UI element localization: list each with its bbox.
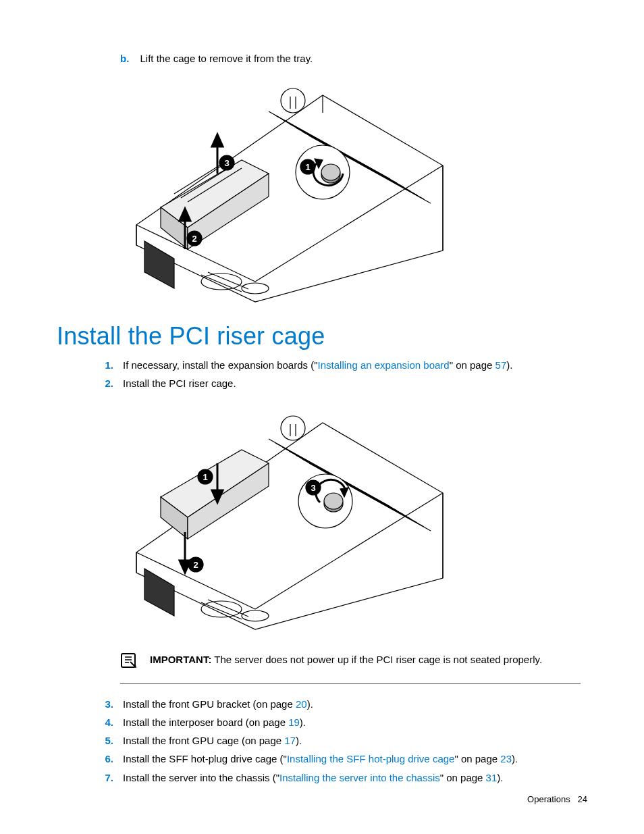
steps-list-top: 1. If necessary, install the expansion b… — [93, 357, 587, 392]
document-page: b. Lift the cage to remove it from the t… — [0, 0, 644, 834]
link-install-chassis[interactable]: Installing the server into the chassis — [279, 772, 440, 783]
step-text: If necessary, install the expansion boar… — [123, 359, 512, 371]
step-text: Install the interposer board (on page 19… — [123, 716, 306, 728]
page-ref-17[interactable]: 17 — [284, 735, 296, 746]
sub-step-text: Lift the cage to remove it from the tray… — [140, 53, 313, 64]
svg-text:2: 2 — [193, 560, 198, 570]
step-1: 1. If necessary, install the expansion b… — [93, 357, 587, 373]
step-text: Install the server into the chassis ("In… — [123, 772, 503, 783]
footer-section: Operations — [527, 794, 570, 804]
svg-text:1: 1 — [203, 472, 207, 482]
svg-text:3: 3 — [311, 483, 315, 493]
step-3: 3. Install the front GPU bracket (on pag… — [93, 696, 587, 712]
step-6: 6. Install the SFF hot-plug drive cage (… — [93, 751, 587, 766]
link-sff-cage[interactable]: Installing the SFF hot-plug drive cage — [287, 753, 454, 764]
step-7: 7. Install the server into the chassis (… — [93, 770, 587, 785]
svg-point-34 — [321, 164, 340, 180]
step-number: 1. — [93, 357, 113, 373]
step-text: Install the front GPU bracket (on page 2… — [123, 698, 313, 710]
figure-remove-cage: 3 2 1 — [120, 72, 587, 310]
step-number: 5. — [93, 733, 113, 748]
page-ref-23[interactable]: 23 — [500, 753, 512, 764]
figure-install-cage: 1 2 3 — [120, 396, 587, 633]
step-4: 4. Install the interposer board (on page… — [93, 714, 587, 730]
svg-text:3: 3 — [224, 158, 229, 168]
step-number: 2. — [93, 375, 113, 391]
step-text: Install the front GPU cage (on page 17). — [123, 735, 302, 746]
page-ref-20[interactable]: 20 — [296, 698, 307, 710]
page-ref-31[interactable]: 31 — [486, 772, 498, 783]
svg-text:1: 1 — [305, 162, 310, 172]
footer-page-number: 24 — [578, 794, 587, 804]
section-heading: Install the PCI riser cage — [57, 322, 587, 350]
step-text: Install the PCI riser cage. — [123, 377, 236, 389]
important-note: IMPORTANT: The server does not power up … — [120, 646, 581, 684]
svg-point-67 — [281, 416, 305, 440]
steps-list-bottom: 3. Install the front GPU bracket (on pag… — [93, 696, 587, 785]
page-ref-19[interactable]: 19 — [288, 716, 300, 728]
link-expansion-board[interactable]: Installing an expansion board — [318, 359, 450, 371]
svg-text:2: 2 — [192, 234, 196, 244]
sub-step-letter: b. — [120, 53, 129, 64]
svg-point-72 — [324, 493, 343, 509]
page-ref-57[interactable]: 57 — [495, 359, 507, 371]
step-number: 4. — [93, 714, 113, 730]
server-illustration-2: 1 2 3 — [120, 396, 444, 633]
step-2: 2. Install the PCI riser cage. — [93, 375, 587, 391]
step-number: 7. — [93, 770, 113, 785]
step-number: 6. — [93, 751, 113, 766]
server-illustration-1: 3 2 1 — [120, 72, 444, 310]
page-footer: Operations 24 — [527, 794, 587, 804]
step-text: Install the SFF hot-plug drive cage ("In… — [123, 753, 518, 764]
step-number: 3. — [93, 696, 113, 712]
important-text: IMPORTANT: The server does not power up … — [150, 652, 542, 667]
important-label: IMPORTANT: — [150, 654, 211, 665]
important-icon — [120, 652, 138, 673]
svg-point-29 — [281, 88, 305, 113]
sub-step-b: b. Lift the cage to remove it from the t… — [120, 53, 587, 64]
step-5: 5. Install the front GPU cage (on page 1… — [93, 733, 587, 748]
